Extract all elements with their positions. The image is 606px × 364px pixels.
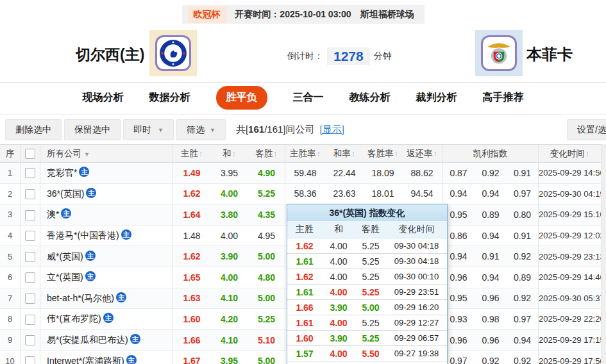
company-cell[interactable]: 威*(英国)主: [40, 246, 173, 267]
tab-coach-analysis[interactable]: 教练分析: [349, 91, 391, 104]
kelly-draw: 0.96: [475, 330, 507, 351]
popup-away-odds: 5.25: [355, 272, 386, 282]
home-odds: 1.62: [173, 246, 210, 267]
home-badge-icon: 主: [121, 229, 131, 240]
company-name: 易*(安提瓜和巴布达): [47, 335, 128, 345]
home-rate: 58.36: [285, 184, 325, 205]
col-draw-rate[interactable]: 和率↑: [325, 144, 364, 163]
company-cell[interactable]: 竞彩官*主: [40, 163, 173, 184]
popup-home-odds: 1.61: [287, 287, 322, 297]
company-cell[interactable]: 伟*(直布罗陀)主: [40, 309, 173, 330]
col-away-odds[interactable]: 客胜↑: [248, 144, 285, 163]
company-cell[interactable]: 易*(安提瓜和巴布达)主: [40, 330, 173, 351]
popup-change-time: 09-29 12:27: [386, 318, 447, 327]
col-draw-odds[interactable]: 和↑: [210, 144, 248, 163]
popup-home-odds: 1.61: [287, 318, 322, 328]
col-home-odds[interactable]: 主胜↑: [173, 144, 210, 163]
company-cell[interactable]: 立*(英国)主: [40, 267, 173, 288]
home-team-name: 切尔西(主): [76, 45, 144, 65]
company-cell[interactable]: Interwet*(塞浦路斯)主: [40, 351, 173, 364]
popup-change-time: 09-30 00:10: [386, 272, 447, 281]
col-home-rate[interactable]: 主胜率↑: [285, 144, 325, 163]
home-rate: 59.48: [285, 163, 325, 184]
row-checkbox[interactable]: [25, 315, 35, 325]
select-all-checkbox[interactable]: [25, 149, 35, 159]
tab-live-analysis[interactable]: 现场分析: [83, 91, 124, 104]
draw-odds: 4.20: [210, 309, 248, 330]
company-cell[interactable]: 36*(英国)主: [40, 184, 173, 205]
row-seq: 6: [0, 267, 21, 288]
popup-home-odds: 1.62: [287, 272, 322, 282]
tab-three-in-one[interactable]: 三合一: [293, 91, 324, 104]
row-checkbox-cell: [21, 204, 40, 226]
row-checkbox[interactable]: [25, 252, 35, 262]
tab-win-draw-lose[interactable]: 胜平负: [216, 86, 267, 110]
keep-selected-button[interactable]: 保留选中: [64, 119, 121, 140]
draw-odds: 3.95: [210, 163, 248, 184]
row-checkbox-cell: [21, 184, 40, 205]
odds-history-popup: 36*(英国) 指数变化 主胜 和 客胜 变化时间 1.62 4.00 5.25…: [287, 204, 448, 364]
popup-home-odds: 1.60: [287, 333, 322, 343]
return-rate: 88.62: [402, 163, 442, 184]
scrollbar-track[interactable]: [602, 144, 606, 364]
settings-select-button[interactable]: 设置/选择: [567, 119, 606, 140]
row-checkbox[interactable]: [25, 356, 35, 364]
tab-data-analysis[interactable]: 数据分析: [149, 91, 190, 104]
row-checkbox[interactable]: [25, 231, 35, 241]
draw-odds: 4.00: [210, 184, 248, 205]
popup-home-odds: 1.62: [287, 241, 322, 251]
col-company[interactable]: 所有公司▼: [40, 144, 173, 163]
show-link[interactable]: [显示]: [320, 124, 344, 136]
draw-odds: 4.10: [210, 288, 248, 310]
col-change-time[interactable]: 变化时间↑: [539, 144, 602, 163]
company-cell[interactable]: 澳*主: [40, 204, 173, 226]
draw-odds: 3.95: [210, 351, 248, 364]
popup-change-time: 09-29 16:20: [386, 302, 447, 312]
row-checkbox-cell: [21, 288, 40, 310]
popup-away-odds: 5.25: [355, 333, 386, 343]
col-away-rate[interactable]: 客胜率↑: [364, 144, 402, 163]
company-cell[interactable]: 香港马*(中国香港)主: [40, 226, 173, 247]
live-odds-dropdown[interactable]: 即时▼: [123, 119, 174, 140]
table-row: 2 36*(英国)主 1.62 4.00 5.25 58.36 23.63 18…: [0, 184, 602, 205]
filter-dropdown[interactable]: 筛选▼: [176, 119, 226, 140]
popup-col-draw: 和: [322, 224, 355, 235]
delete-selected-button[interactable]: 删除选中: [5, 119, 62, 140]
popup-home-odds: 1.66: [287, 302, 322, 313]
home-odds: 1.64: [173, 204, 210, 226]
popup-history-row: 1.61 4.00 5.25 09-30 04:18: [287, 254, 447, 269]
row-checkbox[interactable]: [25, 294, 35, 304]
match-info-bar: 欧冠杯 开赛时间：2025-10-01 03:00 斯坦福桥球场: [181, 5, 424, 24]
table-header-row: 序 所有公司▼ 主胜↑ 和↑ 客胜↑ 主胜率↑ 和率↑ 客胜率↑ 返还率↑ 凯利…: [0, 144, 602, 163]
popup-away-odds: 5.00: [355, 302, 386, 313]
header-divider: [0, 82, 606, 83]
tab-referee-analysis[interactable]: 裁判分析: [416, 91, 457, 104]
chelsea-crest-icon: [155, 35, 191, 71]
row-checkbox[interactable]: [25, 335, 35, 345]
popup-away-odds: 5.25: [355, 287, 386, 297]
away-odds: 4.90: [248, 163, 285, 184]
row-checkbox[interactable]: [25, 272, 35, 283]
draw-odds: 4.10: [210, 330, 248, 351]
home-badge-icon: 主: [86, 188, 96, 198]
kelly-away: 0.80: [507, 204, 539, 226]
row-checkbox[interactable]: [25, 210, 35, 220]
countdown-unit: 分钟: [374, 51, 392, 62]
col-return-rate[interactable]: 返还率↑: [402, 144, 442, 163]
row-checkbox-cell: [21, 226, 40, 247]
kelly-away: 0.92: [507, 246, 539, 267]
popup-history-row: 1.57 4.00 5.50 09-27 19:38: [287, 346, 447, 361]
row-checkbox[interactable]: [25, 168, 35, 178]
popup-history-row: 1.66 3.90 5.00 09-29 16:20: [287, 300, 447, 315]
popup-home-odds: 1.57: [287, 349, 322, 359]
away-odds: 5.25: [248, 309, 285, 330]
popup-col-home: 主胜: [287, 224, 322, 235]
home-odds: 1.63: [173, 288, 210, 310]
tab-expert-picks[interactable]: 高手推荐: [483, 91, 524, 104]
company-name: 威*(英国): [47, 251, 83, 261]
company-cell[interactable]: bet-at-h*(马尔他)主: [40, 288, 173, 310]
company-count: 共[161/161]间公司: [236, 124, 315, 136]
row-checkbox[interactable]: [25, 189, 35, 199]
draw-odds: 4.00: [210, 226, 248, 247]
chevron-down-icon: ▼: [84, 151, 90, 158]
